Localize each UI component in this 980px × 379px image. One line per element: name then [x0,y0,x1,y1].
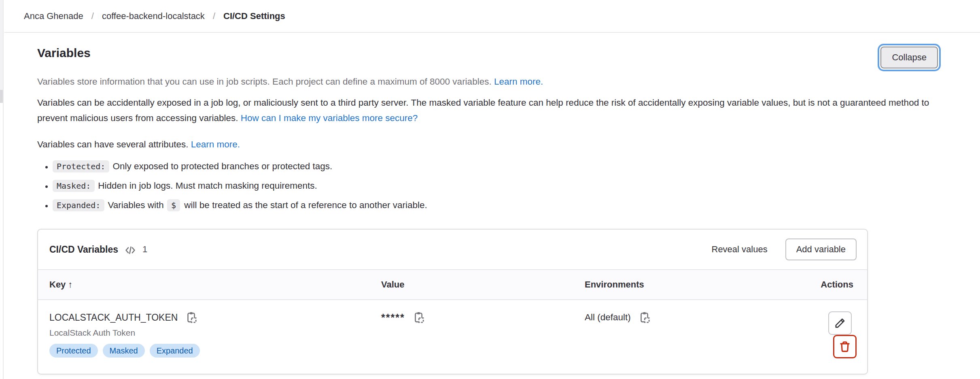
column-header-environments: Environments [585,270,811,300]
trash-icon [839,341,851,353]
table-row: LOCALSTACK_AUTH_TOKEN LocalStack Auth To… [38,300,867,374]
masked-description: Hidden in job logs. Must match masking r… [98,181,317,191]
attributes-learn-more-link[interactable]: Learn more. [191,139,240,149]
environment-scope: All (default) [585,312,631,323]
expanded-code-chip: Expanded: [53,199,104,211]
page-title: Variables [37,45,91,61]
variable-key: LOCALSTACK_AUTH_TOKEN [49,312,178,323]
breadcrumb-current-page: CI/CD Settings [223,11,285,21]
dollar-code-chip: $ [167,199,180,211]
collapse-button[interactable]: Collapse [880,47,938,68]
learn-more-link[interactable]: Learn more. [494,77,543,87]
breadcrumb-separator: / [91,11,94,21]
protected-description: Only exposed to protected branches or pr… [112,161,332,171]
badge-protected: Protected [49,344,98,358]
variables-intro-text: Variables store information that you can… [37,75,942,89]
breadcrumb-separator: / [213,11,215,21]
intro-text: Variables store information that you can… [37,77,492,87]
delete-variable-button[interactable] [833,335,857,358]
breadcrumb-namespace[interactable]: Anca Ghenade [24,11,83,21]
column-header-key[interactable]: Key↑ [38,270,381,300]
breadcrumb-project[interactable]: coffee-backend-localstack [102,11,205,21]
reveal-values-button[interactable]: Reveal values [704,239,775,260]
sort-ascending-icon: ↑ [68,279,72,290]
key-header-label: Key [49,279,66,290]
code-icon [125,245,136,256]
add-variable-button[interactable]: Add variable [785,238,857,260]
variables-warning-text: Variables can be accidentally exposed in… [37,95,942,126]
edit-variable-button[interactable] [828,311,852,335]
scrollbar-thumb[interactable] [0,90,3,103]
badge-expanded: Expanded [150,344,200,358]
copy-value-button[interactable] [412,311,424,324]
expanded-description-after: will be treated as the start of a refere… [184,200,427,210]
card-title: CI/CD Variables [49,244,118,255]
table-header-row: Key↑ Value Environments Actions [38,270,867,300]
variables-table: Key↑ Value Environments Actions LOCALSTA… [38,269,867,374]
cicd-variables-card: CI/CD Variables 1 Reveal values Add vari… [37,229,868,375]
column-header-value: Value [381,270,585,300]
variable-badges: Protected Masked Expanded [49,344,381,358]
pencil-icon [834,317,846,329]
badge-masked: Masked [103,344,145,358]
column-header-actions: Actions [811,270,867,300]
page-left-edge [0,0,4,379]
secure-variables-link[interactable]: How can I make my variables more secure? [241,113,418,123]
masked-code-chip: Masked: [53,180,95,192]
scroll-track [0,0,3,90]
copy-environment-button[interactable] [638,311,650,324]
variable-description: LocalStack Auth Token [49,328,381,338]
list-item-masked: Masked:Hidden in job logs. Must match ma… [53,179,942,193]
attributes-text: Variables can have several attributes. [37,139,189,149]
protected-code-chip: Protected: [53,160,109,172]
warning-text: Variables can be accidentally exposed in… [37,98,929,123]
list-item-protected: Protected:Only exposed to protected bran… [53,159,942,174]
variable-count: 1 [142,244,147,255]
attribute-list: Protected:Only exposed to protected bran… [37,159,942,213]
settings-section-variables: Variables Collapse Variables store infor… [0,45,980,379]
breadcrumb: Anca Ghenade / coffee-backend-localstack… [4,0,980,33]
variables-attributes-text: Variables can have several attributes. L… [37,137,942,152]
masked-value: ***** [381,312,405,324]
list-item-expanded: Expanded:Variables with $ will be treate… [53,198,942,213]
copy-key-button[interactable] [185,311,197,324]
expanded-description-before: Variables with [108,200,163,210]
